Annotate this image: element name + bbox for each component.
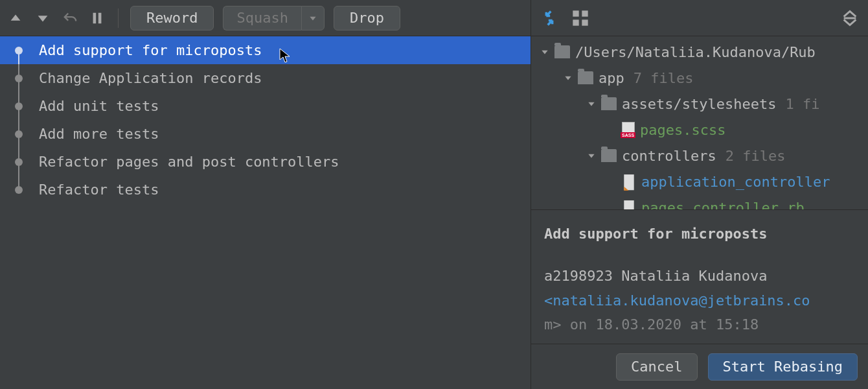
graph-node (9, 120, 29, 148)
reword-button[interactable]: Reword (130, 6, 214, 30)
tree-folder-app[interactable]: app 7 files (531, 65, 868, 91)
tree-file-pages-controller[interactable]: pages_controller.rb (531, 194, 868, 210)
svg-rect-3 (582, 10, 588, 16)
commit-row[interactable]: Add unit tests (0, 92, 531, 120)
ruby-file-icon (622, 174, 636, 189)
commit-message: Refactor tests (39, 182, 159, 198)
drop-button[interactable]: Drop (334, 6, 400, 30)
tree-label: app (599, 70, 624, 86)
svg-rect-4 (573, 19, 578, 25)
group-icon[interactable] (571, 9, 589, 27)
tree-count: 7 files (634, 70, 694, 86)
svg-rect-8 (624, 200, 634, 210)
details-panel: /Users/Nataliia.Kudanova/Rub app 7 files… (531, 0, 868, 389)
rebase-dialog: Reword Squash Drop Add support for micro… (0, 0, 868, 389)
tree-label: assets/stylesheets (622, 96, 776, 112)
svg-rect-6 (624, 174, 634, 190)
toolbar-separator (118, 8, 119, 28)
commit-email[interactable]: <nataliia.kudanova@jetbrains.co (544, 289, 855, 312)
commit-row[interactable]: Add more tests (0, 120, 531, 148)
folder-icon (554, 45, 570, 58)
folder-icon (601, 97, 617, 110)
tree-label: pages.scss (640, 122, 725, 138)
tree-label: controllers (622, 148, 716, 164)
tree-file-app-controller[interactable]: application_controller (531, 169, 868, 194)
svg-rect-0 (93, 12, 97, 23)
commit-row[interactable]: Refactor pages and post controllers (0, 148, 531, 176)
file-tree: /Users/Nataliia.Kudanova/Rub app 7 files… (531, 36, 868, 210)
graph-node (9, 64, 29, 92)
graph-node (9, 148, 29, 176)
tree-folder-controllers[interactable]: controllers 2 files (531, 143, 868, 169)
commit-title: Add support for microposts (544, 222, 855, 246)
move-down-icon[interactable] (34, 9, 52, 27)
chevron-down-icon[interactable] (586, 150, 597, 161)
tree-folder-assets[interactable]: assets/stylesheets 1 fi (531, 91, 868, 117)
sass-file-icon (622, 122, 635, 137)
collapse-icon[interactable] (540, 9, 558, 27)
chevron-down-icon[interactable] (562, 72, 574, 84)
svg-rect-5 (582, 19, 588, 25)
squash-dropdown[interactable] (301, 6, 325, 30)
svg-rect-2 (573, 10, 578, 16)
tree-file-pages-scss[interactable]: pages.scss (531, 117, 868, 143)
commit-message: Refactor pages and post controllers (39, 154, 339, 170)
commit-message: Add support for microposts (39, 42, 262, 58)
graph-node (9, 92, 29, 120)
pause-icon[interactable] (88, 9, 106, 27)
squash-button[interactable]: Squash (223, 6, 301, 30)
undo-icon[interactable] (61, 9, 79, 27)
commit-row[interactable]: Refactor tests (0, 176, 531, 204)
chevron-down-icon[interactable] (539, 46, 551, 58)
folder-icon (578, 71, 593, 84)
cancel-button[interactable]: Cancel (616, 353, 697, 381)
commit-message: Add more tests (39, 126, 159, 142)
graph-node (9, 36, 29, 64)
commit-date: m> on 18.03.2020 at 15:18 (544, 312, 855, 336)
expand-all-icon[interactable] (841, 9, 859, 27)
commits-toolbar: Reword Squash Drop (0, 0, 531, 36)
folder-icon (601, 149, 617, 162)
dialog-footer: Cancel Start Rebasing (531, 344, 868, 389)
commit-message: Add unit tests (39, 98, 159, 114)
squash-split-button: Squash (223, 6, 324, 30)
tree-root[interactable]: /Users/Nataliia.Kudanova/Rub (531, 39, 868, 65)
commit-meta-line1: a2198923 Nataliia Kudanova (544, 264, 855, 288)
commit-row[interactable]: Change Application records (0, 64, 531, 92)
commit-message: Change Application records (39, 70, 262, 86)
graph-node (9, 176, 29, 204)
commits-panel: Reword Squash Drop Add support for micro… (0, 0, 531, 389)
ruby-file-icon (622, 200, 636, 210)
commits-list: Add support for microposts Change Applic… (0, 36, 531, 389)
tree-path: /Users/Nataliia.Kudanova/Rub (575, 44, 816, 60)
tree-count: 1 fi (785, 96, 819, 112)
start-rebasing-button[interactable]: Start Rebasing (708, 353, 858, 381)
tree-label: application_controller (641, 174, 830, 190)
commit-hash: a2198923 (544, 268, 613, 284)
move-up-icon[interactable] (6, 9, 25, 27)
commit-details: Add support for microposts a2198923 Nata… (531, 210, 868, 344)
commit-row[interactable]: Add support for microposts (0, 36, 531, 64)
tree-count: 2 files (725, 148, 786, 164)
details-toolbar (531, 0, 868, 36)
svg-rect-1 (98, 12, 102, 23)
commit-author: Nataliia Kudanova (621, 268, 767, 284)
tree-label: pages_controller.rb (641, 200, 805, 211)
chevron-down-icon[interactable] (586, 98, 597, 110)
